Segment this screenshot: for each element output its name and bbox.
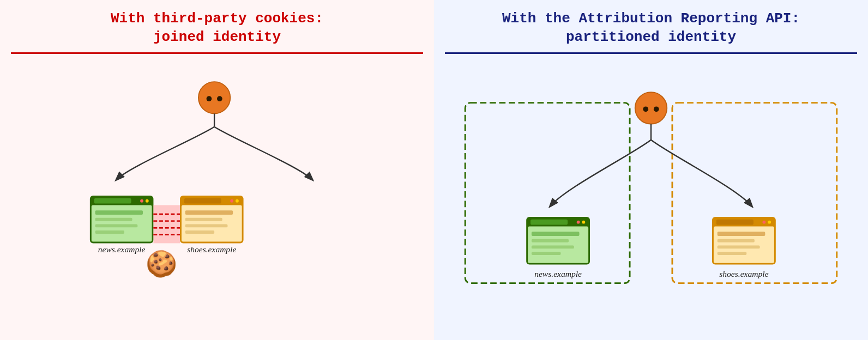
svg-rect-11 (95, 224, 138, 228)
svg-point-41 (582, 221, 585, 224)
svg-point-0 (198, 82, 230, 113)
left-divider (11, 52, 423, 54)
svg-point-49 (762, 221, 765, 224)
right-panel: With the Attribution Reporting API: part… (434, 0, 868, 340)
svg-rect-51 (718, 232, 765, 236)
svg-point-1 (207, 96, 212, 102)
svg-rect-10 (95, 218, 132, 221)
svg-point-25 (230, 199, 233, 203)
right-browser-shoes (712, 217, 776, 265)
svg-rect-17 (153, 205, 180, 244)
svg-rect-12 (95, 230, 124, 234)
svg-rect-52 (718, 239, 755, 242)
svg-point-8 (146, 199, 149, 203)
svg-rect-30 (185, 230, 214, 234)
svg-rect-6 (94, 198, 131, 204)
svg-point-34 (643, 107, 648, 112)
svg-point-33 (635, 92, 667, 124)
right-title: With the Attribution Reporting API: part… (502, 10, 800, 47)
left-cookie-icon: 🍪 (146, 248, 178, 279)
left-browser-shoes (180, 196, 244, 243)
svg-point-2 (217, 96, 222, 102)
left-title-line1: With third-party cookies: (111, 10, 323, 27)
svg-rect-43 (532, 239, 569, 242)
right-divider (445, 52, 857, 54)
svg-rect-39 (531, 220, 568, 225)
svg-point-35 (654, 107, 659, 112)
left-panel: With third-party cookies: joined identit… (0, 0, 434, 340)
svg-rect-24 (184, 198, 221, 204)
svg-point-7 (140, 199, 143, 203)
right-diagram: news.example shoes.example (445, 63, 857, 329)
right-diagram-svg: news.example shoes.example (449, 81, 853, 310)
svg-point-40 (577, 221, 580, 224)
right-title-line1: With the Attribution Reporting API: (502, 10, 800, 27)
right-site1-label: news.example (534, 269, 582, 278)
right-title-line2: partitioned identity (566, 29, 736, 45)
svg-rect-54 (718, 252, 747, 256)
svg-point-50 (768, 221, 771, 224)
svg-rect-42 (532, 232, 580, 236)
left-title-line2: joined identity (153, 29, 281, 45)
right-person (550, 92, 752, 206)
svg-rect-9 (95, 210, 143, 215)
svg-rect-27 (185, 210, 233, 215)
svg-rect-53 (718, 246, 760, 249)
left-site1-label: news.example (98, 245, 146, 254)
right-site2-label: shoes.example (719, 269, 768, 278)
svg-rect-45 (532, 252, 561, 256)
svg-rect-28 (185, 218, 222, 221)
svg-rect-44 (532, 246, 574, 249)
svg-rect-29 (185, 224, 228, 228)
svg-rect-48 (716, 220, 754, 225)
right-browser-news (526, 217, 590, 265)
left-diagram: 🍪 news.example shoes.example (11, 63, 423, 329)
svg-point-26 (236, 199, 239, 203)
left-site2-label: shoes.example (187, 245, 236, 254)
left-person (116, 82, 312, 180)
left-title: With third-party cookies: joined identit… (111, 10, 323, 47)
left-diagram-svg: 🍪 news.example shoes.example (32, 81, 402, 310)
